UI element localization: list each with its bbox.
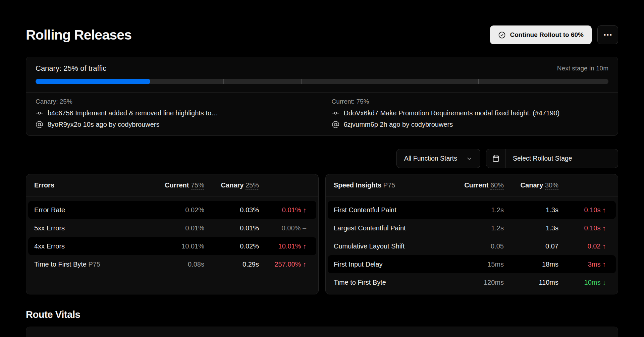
speed-current-split: 60% (490, 181, 504, 190)
metric-delta: 3ms ↑ (558, 261, 606, 268)
metric-label: Error Rate (34, 206, 157, 214)
current-deployment-text: 6zjvumm6p 2h ago by codybrouwers (344, 120, 453, 129)
speed-canary-split: 30% (545, 181, 558, 190)
chevron-down-icon (466, 155, 473, 162)
canary-commit-link[interactable]: b4c6756 Implement added & removed line h… (36, 109, 313, 117)
rollout-progress-fill (36, 79, 150, 84)
overflow-menu-button[interactable]: ⋯ (597, 25, 618, 44)
canary-percent-label: Canary: 25% (36, 98, 313, 106)
rollout-status-card: Canary: 25% of traffic Next stage in 10m… (26, 57, 618, 136)
current-commit-text: DdoVx6kd7 Make Promotion Requirements mo… (344, 109, 560, 117)
metric-delta: 0.00% – (259, 224, 306, 232)
errors-title: Errors (34, 181, 157, 189)
metric-delta: 10.01% ↑ (259, 242, 306, 250)
errors-current-label: Current (165, 181, 189, 189)
table-row: 5xx Errors 0.01% 0.01% 0.00% – (28, 219, 316, 237)
function-starts-dropdown[interactable]: All Function Starts (396, 149, 480, 168)
speed-insights-table-header: Speed Insights P75 Current 60% Canary 30… (326, 174, 618, 196)
canary-deployment-link[interactable]: 8yoR9yx2o 10s ago by codybrouwers (36, 120, 313, 129)
metric-canary-value: 0.29s (204, 261, 259, 268)
progress-stage-divider (478, 79, 479, 84)
rollout-progress-bar (36, 79, 608, 84)
metric-current-value: 0.01% (157, 224, 204, 232)
table-row: Cumulative Layout Shift 0.05 0.07 0.02 ↑ (328, 237, 616, 255)
metric-canary-value: 1.3s (504, 206, 558, 214)
search-icon (35, 336, 43, 337)
errors-current-split: 75% (191, 181, 204, 190)
table-row: Time to First Byte P75 0.08s 0.29s 257.0… (28, 255, 316, 273)
metric-label: First Contentful Paint (334, 206, 457, 214)
table-row: 4xx Errors 10.01% 0.02% 10.01% ↑ (28, 237, 316, 255)
page-header: Rolling Releases Continue Rollout to 60%… (26, 25, 618, 44)
metric-canary-value: 0.02% (204, 242, 259, 250)
metric-label-suffix: P75 (89, 261, 101, 268)
table-row: First Contentful Paint 1.2s 1.3s 0.10s ↑ (328, 201, 616, 219)
route-vitals-title: Route Vitals (26, 309, 618, 320)
continue-rollout-button[interactable]: Continue Rollout to 60% (490, 25, 592, 44)
metric-canary-value: 18ms (504, 261, 558, 268)
route-search-bar (26, 327, 618, 337)
metric-label: First Input Delay (334, 261, 457, 268)
canary-deployment-text: 8yoR9yx2o 10s ago by codybrouwers (48, 120, 160, 129)
progress-stage-divider (301, 79, 302, 84)
current-deployment-panel: Current: 75% DdoVx6kd7 Make Promotion Re… (322, 93, 618, 135)
canary-commit-text: b4c6756 Implement added & removed line h… (48, 109, 218, 117)
speed-insights-title: Speed Insights (334, 181, 381, 189)
metric-delta: 0.02 ↑ (558, 242, 606, 250)
metric-canary-value: 0.01% (204, 224, 259, 232)
speed-current-label: Current (464, 181, 488, 189)
metric-current-value: 0.08s (157, 261, 204, 268)
errors-table: Errors Current 75% Canary 25% Error Rate… (26, 174, 319, 294)
canary-deployment-panel: Canary: 25% b4c6756 Implement added & re… (26, 93, 322, 135)
metric-current-value: 120ms (457, 279, 504, 286)
metric-current-value: 10.01% (157, 242, 204, 250)
canary-traffic-title: Canary: 25% of traffic (36, 64, 106, 73)
metric-label: Largest Contentful Paint (334, 224, 457, 232)
metric-label: Cumulative Layout Shift (334, 242, 457, 250)
header-actions: Continue Rollout to 60% ⋯ (490, 25, 618, 44)
table-row: Error Rate 0.02% 0.03% 0.01% ↑ (28, 201, 316, 219)
current-percent-label: Current: 75% (332, 98, 609, 106)
metric-current-value: 1.2s (457, 206, 504, 214)
git-commit-icon (332, 109, 339, 117)
metric-current-value: 0.05 (457, 242, 504, 250)
table-row: First Input Delay 15ms 18ms 3ms ↑ (328, 255, 616, 273)
table-row: Largest Contentful Paint 1.2s 1.3s 0.10s… (328, 219, 616, 237)
metric-delta: 0.10s ↑ (558, 224, 606, 232)
deployment-at-icon (332, 121, 339, 128)
current-deployment-link[interactable]: 6zjvumm6p 2h ago by codybrouwers (332, 120, 609, 129)
metric-delta: 10ms ↓ (558, 279, 606, 286)
speed-insights-title-suffix: P75 (383, 181, 395, 189)
calendar-icon (486, 149, 505, 168)
speed-canary-label: Canary (521, 181, 543, 189)
check-circle-icon (498, 31, 506, 39)
metric-canary-value: 0.07 (504, 242, 558, 250)
metric-delta: 0.01% ↑ (259, 206, 306, 214)
metric-label: Time to First Byte (334, 279, 457, 286)
deployment-at-icon (36, 121, 43, 128)
errors-table-header: Errors Current 75% Canary 25% (26, 174, 318, 196)
metric-current-value: 1.2s (457, 224, 504, 232)
metric-delta: 0.10s ↑ (558, 206, 606, 214)
errors-canary-split: 25% (246, 181, 259, 190)
metric-canary-value: 1.3s (504, 224, 558, 232)
function-starts-label: All Function Starts (404, 155, 457, 162)
errors-canary-label: Canary (221, 181, 244, 189)
metric-label: 5xx Errors (34, 224, 157, 232)
continue-rollout-label: Continue Rollout to 60% (510, 31, 584, 39)
current-commit-link[interactable]: DdoVx6kd7 Make Promotion Requirements mo… (332, 109, 609, 117)
progress-stage-divider (223, 79, 224, 84)
metric-current-value: 15ms (457, 261, 504, 268)
page-title: Rolling Releases (26, 27, 131, 43)
rollout-stage-label: Select Rollout Stage (505, 155, 572, 162)
metric-label: Time to First Byte (34, 261, 87, 268)
table-row: Time to First Byte 120ms 110ms 10ms ↓ (328, 273, 616, 291)
git-commit-icon (36, 109, 43, 117)
metric-delta: 257.00% ↑ (259, 261, 306, 268)
speed-insights-table: Speed Insights P75 Current 60% Canary 30… (325, 174, 618, 294)
filter-row: All Function Starts Select Rollout Stage (26, 149, 618, 168)
next-stage-timer: Next stage in 10m (557, 65, 608, 72)
rollout-stage-picker[interactable]: Select Rollout Stage (486, 149, 618, 168)
metric-current-value: 0.02% (157, 206, 204, 214)
metric-canary-value: 110ms (504, 279, 558, 286)
